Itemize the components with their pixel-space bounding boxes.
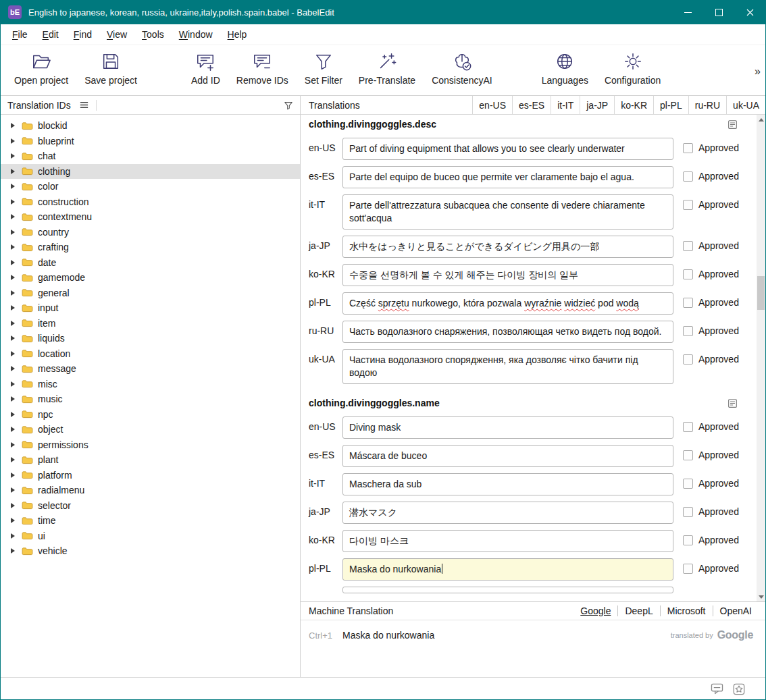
tree-item-construction[interactable]: construction bbox=[1, 194, 300, 210]
mt-provider-google[interactable]: Google bbox=[573, 605, 617, 616]
lang-column-es-es[interactable]: es-ES bbox=[512, 96, 551, 114]
toolbar-set-filter-button[interactable]: Set Filter bbox=[297, 51, 351, 86]
tree-item-vehicle[interactable]: vehicle bbox=[1, 543, 300, 559]
feedback-icon[interactable] bbox=[711, 683, 723, 695]
toolbar-pre-translate-button[interactable]: Pre-Translate bbox=[351, 51, 424, 86]
tree-item-item[interactable]: item bbox=[1, 316, 300, 331]
tree-item-time[interactable]: time bbox=[1, 513, 300, 529]
translation-field-it-it[interactable]: Maschera da sub bbox=[342, 473, 673, 495]
rate-star-icon[interactable] bbox=[733, 683, 745, 695]
chevron-right-icon[interactable] bbox=[11, 533, 15, 539]
approved-checkbox[interactable] bbox=[683, 143, 693, 153]
tree-item-chat[interactable]: chat bbox=[1, 149, 300, 164]
approved-checkbox[interactable] bbox=[683, 535, 693, 545]
tree-item-general[interactable]: general bbox=[1, 286, 300, 301]
approved-toggle[interactable]: Approved bbox=[683, 445, 739, 460]
toolbar-configuration-button[interactable]: Configuration bbox=[596, 51, 669, 86]
chevron-right-icon[interactable] bbox=[11, 457, 15, 462]
lang-column-ru-ru[interactable]: ru-RU bbox=[688, 96, 726, 114]
tree-item-country[interactable]: country bbox=[1, 225, 300, 240]
translation-field-pl-pl[interactable]: Maska do nurkowania bbox=[342, 558, 673, 581]
tree-item-object[interactable]: object bbox=[1, 422, 300, 437]
chevron-right-icon[interactable] bbox=[11, 305, 15, 311]
tree-item-clothing[interactable]: clothing bbox=[1, 164, 300, 180]
translation-field-uk-ua[interactable]: Частина водолазного спорядження, яка доз… bbox=[342, 349, 673, 384]
toolbar-remove-ids-button[interactable]: Remove IDs bbox=[228, 51, 297, 86]
approved-toggle[interactable]: Approved bbox=[683, 236, 739, 251]
tree-menu-icon[interactable] bbox=[79, 100, 89, 110]
chevron-right-icon[interactable] bbox=[11, 442, 15, 448]
tree-item-music[interactable]: music bbox=[1, 392, 300, 407]
tree-item-liquids[interactable]: liquids bbox=[1, 331, 300, 346]
mt-provider-openai[interactable]: OpenAI bbox=[713, 605, 759, 616]
tree-item-color[interactable]: color bbox=[1, 179, 300, 194]
tree-item-npc[interactable]: npc bbox=[1, 407, 300, 423]
minimize-button[interactable] bbox=[672, 0, 703, 24]
toolbar-save-project-button[interactable]: Save project bbox=[76, 51, 145, 86]
lang-column-pl-pl[interactable]: pl-PL bbox=[653, 96, 688, 114]
filter-icon[interactable] bbox=[284, 101, 293, 110]
tree-item-crafting[interactable]: crafting bbox=[1, 240, 300, 255]
approved-toggle[interactable]: Approved bbox=[683, 349, 739, 365]
approved-toggle[interactable]: Approved bbox=[683, 502, 739, 517]
translation-field-it-it[interactable]: Parte dell'attrezzatura subacquea che co… bbox=[342, 194, 673, 230]
lang-column-uk-ua[interactable]: uk-UA bbox=[726, 96, 765, 114]
chevron-right-icon[interactable] bbox=[11, 335, 15, 341]
chevron-right-icon[interactable] bbox=[11, 244, 15, 250]
lang-column-en-us[interactable]: en-US bbox=[472, 96, 512, 114]
notes-icon[interactable] bbox=[727, 119, 738, 132]
lang-column-ko-kr[interactable]: ko-KR bbox=[614, 96, 653, 114]
approved-checkbox[interactable] bbox=[683, 269, 693, 279]
chevron-right-icon[interactable] bbox=[11, 503, 15, 508]
lang-column-ja-jp[interactable]: ja-JP bbox=[580, 96, 614, 114]
tree-item-selector[interactable]: selector bbox=[1, 498, 300, 514]
menu-item-find[interactable]: Find bbox=[66, 26, 99, 43]
chevron-right-icon[interactable] bbox=[11, 548, 15, 554]
chevron-right-icon[interactable] bbox=[11, 351, 15, 356]
chevron-right-icon[interactable] bbox=[11, 214, 15, 219]
approved-toggle[interactable]: Approved bbox=[683, 166, 739, 182]
chevron-right-icon[interactable] bbox=[11, 518, 15, 523]
chevron-right-icon[interactable] bbox=[11, 290, 15, 296]
lang-column-it-it[interactable]: it-IT bbox=[551, 96, 580, 114]
chevron-right-icon[interactable] bbox=[11, 487, 15, 493]
menu-item-window[interactable]: Window bbox=[172, 26, 220, 43]
approved-checkbox[interactable] bbox=[683, 450, 693, 460]
toolbar-add-id-button[interactable]: Add ID bbox=[183, 51, 228, 86]
translation-field-ja-jp[interactable]: 水中をはっきりと見ることができるダイビング用具の一部 bbox=[342, 236, 673, 258]
mt-provider-deepl[interactable]: DeepL bbox=[617, 605, 659, 616]
mt-provider-microsoft[interactable]: Microsoft bbox=[660, 605, 713, 616]
scrollbar-thumb[interactable] bbox=[757, 276, 765, 310]
tree-item-contextmenu[interactable]: contextmenu bbox=[1, 209, 300, 225]
approved-checkbox[interactable] bbox=[683, 422, 693, 432]
notes-icon[interactable] bbox=[727, 398, 738, 410]
tree-item-input[interactable]: input bbox=[1, 300, 300, 316]
translation-field-pl-pl[interactable]: Część sprzętu nurkowego, która pozwala w… bbox=[342, 292, 673, 315]
approved-toggle[interactable]: Approved bbox=[683, 530, 739, 545]
close-button[interactable] bbox=[734, 0, 765, 24]
approved-checkbox[interactable] bbox=[683, 200, 693, 210]
menu-item-view[interactable]: View bbox=[99, 26, 134, 43]
approved-toggle[interactable]: Approved bbox=[683, 292, 739, 308]
approved-checkbox[interactable] bbox=[683, 507, 693, 517]
toolbar-languages-button[interactable]: Languages bbox=[534, 51, 596, 86]
approved-toggle[interactable]: Approved bbox=[683, 321, 739, 336]
chevron-right-icon[interactable] bbox=[11, 381, 15, 387]
approved-toggle[interactable]: Approved bbox=[683, 264, 739, 279]
translation-field-es-es[interactable]: Máscara de buceo bbox=[342, 445, 673, 467]
toolbar-consistencyai-button[interactable]: ConsistencyAI bbox=[424, 51, 500, 86]
chevron-right-icon[interactable] bbox=[11, 123, 15, 128]
vertical-scrollbar[interactable] bbox=[757, 115, 765, 601]
tree-item-message[interactable]: message bbox=[1, 361, 300, 377]
chevron-right-icon[interactable] bbox=[11, 321, 15, 326]
scroll-up-button[interactable] bbox=[757, 115, 765, 124]
translation-field[interactable] bbox=[342, 587, 673, 593]
approved-checkbox[interactable] bbox=[683, 171, 693, 182]
approved-toggle[interactable]: Approved bbox=[683, 473, 739, 489]
approved-checkbox[interactable] bbox=[683, 479, 693, 489]
translation-field-es-es[interactable]: Parte del equipo de buceo que permite ve… bbox=[342, 166, 673, 188]
tree-item-blockid[interactable]: blockid bbox=[1, 118, 300, 134]
chevron-right-icon[interactable] bbox=[11, 427, 15, 432]
chevron-right-icon[interactable] bbox=[11, 275, 15, 280]
tree-item-platform[interactable]: platform bbox=[1, 468, 300, 483]
